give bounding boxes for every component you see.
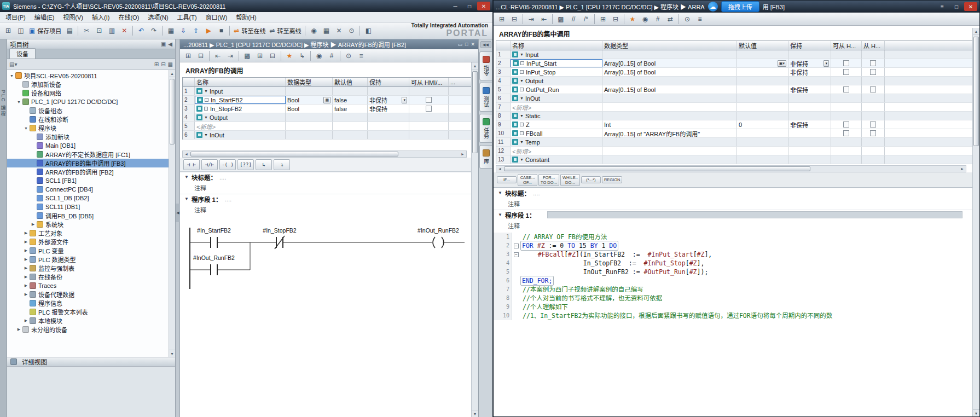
datatype-cell[interactable]: Int <box>602 120 737 129</box>
datatype-cell[interactable]: Bool▦ <box>286 96 333 104</box>
accessibility-cell[interactable] <box>831 155 862 164</box>
name-cell[interactable]: InPut_Start <box>511 59 602 67</box>
accessibility-checkbox[interactable] <box>870 86 876 92</box>
fold-toggle[interactable]: − <box>512 250 520 259</box>
name-cell[interactable]: ▼Output <box>195 113 286 121</box>
compare-button[interactable]: ⇄ <box>664 13 676 25</box>
accessibility-cell[interactable] <box>862 120 885 129</box>
column-header[interactable]: 数据类型 <box>286 78 333 86</box>
accessibility-cell[interactable] <box>449 105 474 113</box>
interface-row[interactable]: 1▼Input <box>183 87 474 96</box>
interface-row[interactable]: 9ZInt0非保持 <box>496 120 973 129</box>
accessibility-cell[interactable] <box>449 87 474 95</box>
default-value-cell[interactable]: false <box>333 105 368 113</box>
collapse-section-icon[interactable]: ▼ <box>204 133 208 137</box>
tree-item[interactable]: ▶系统块 <box>7 220 175 229</box>
if-snippet-button[interactable]: IF... <box>497 176 517 183</box>
scroll-up-icon[interactable]: ▲ <box>472 62 478 70</box>
name-cell[interactable]: <新增> <box>511 103 602 111</box>
go-offline-button[interactable]: ⇌转至离线 <box>268 25 303 37</box>
tree-item[interactable]: 调用FB_DB [DB5] <box>7 211 175 220</box>
datatype-cell[interactable] <box>286 87 333 95</box>
collapse-section-icon[interactable]: ▼ <box>520 114 524 118</box>
accessibility-cell[interactable] <box>831 50 862 59</box>
scrollbar-thumb[interactable] <box>973 37 979 146</box>
collapse-panel-icon[interactable]: ◀ <box>168 41 172 47</box>
table-horizontal-scrollbar[interactable]: ◄ ► <box>182 150 467 158</box>
while-snippet-button[interactable]: WHILE..DO... <box>560 174 580 186</box>
accessibility-cell[interactable] <box>831 77 862 85</box>
name-cell[interactable]: ▼Constant <box>511 155 602 164</box>
scroll-right-icon[interactable]: ► <box>459 151 466 157</box>
name-cell[interactable]: ▼Input <box>195 87 286 95</box>
accessibility-checkbox[interactable] <box>870 60 876 66</box>
block-title-section[interactable]: ▼ 块标题： .... <box>494 188 972 198</box>
accessibility-cell[interactable] <box>409 122 449 130</box>
close-branch-button[interactable]: ↴ <box>274 159 290 170</box>
name-cell[interactable]: ▼Output <box>511 77 602 85</box>
no-contact-button[interactable]: ⊣ ⊢ <box>183 159 200 170</box>
scroll-down-icon[interactable]: ▼ <box>472 410 478 417</box>
search-button[interactable]: ⊙ <box>681 13 693 25</box>
datatype-cell[interactable] <box>602 50 737 59</box>
name-cell[interactable]: OutPut_Run <box>511 85 602 94</box>
expand-node-icon[interactable]: ▶ <box>23 257 29 262</box>
tree-item[interactable]: ▶监控与强制表 <box>7 264 175 273</box>
tree-item[interactable]: ▼项目SCL-REV05-20200811 <box>7 71 175 80</box>
scroll-left-icon[interactable]: ◄ <box>183 151 190 157</box>
accessibility-cell[interactable] <box>409 113 449 121</box>
accessibility-cell[interactable] <box>409 105 449 113</box>
accessibility-checkbox[interactable] <box>870 121 876 128</box>
code-line[interactable]: 10//1、In_StartFB2为实际功能的接口，根据后面紧跟书写的赋值语句，… <box>494 311 972 320</box>
accessibility-cell[interactable] <box>831 68 862 76</box>
interface-row[interactable]: 1▼Input <box>496 50 973 59</box>
editor-vertical-scrollbar[interactable]: ▲ ▼ <box>972 28 979 416</box>
default-value-cell[interactable] <box>737 94 788 102</box>
interface-row[interactable]: 6▼InOut <box>183 131 474 140</box>
upload-device-button[interactable]: ⇧ <box>190 25 202 37</box>
accessibility-cell[interactable] <box>831 94 862 102</box>
block-title-value[interactable]: .... <box>219 174 227 181</box>
scrollbar-thumb[interactable] <box>170 79 175 144</box>
default-value-cell[interactable] <box>737 77 788 85</box>
accessibility-cell[interactable] <box>862 138 885 146</box>
default-value-cell[interactable]: ▣▾ <box>737 59 788 67</box>
column-header[interactable]: 可从 H... <box>831 41 862 50</box>
interface-row[interactable]: 2In_StartFB2Bool▦false非保持▾ <box>183 96 474 105</box>
accessibility-cell[interactable] <box>885 59 973 67</box>
rung-next-button[interactable]: ⇥ <box>224 50 236 61</box>
accessibility-cell[interactable] <box>862 155 885 164</box>
close-button[interactable]: ✕ <box>477 2 490 10</box>
retain-cell[interactable] <box>788 94 831 102</box>
name-cell[interactable]: In_StopFB2 <box>195 105 286 113</box>
accessibility-cell[interactable] <box>885 129 973 137</box>
accessibility-cell[interactable] <box>885 103 973 111</box>
accessibility-checkbox[interactable] <box>426 97 432 103</box>
empty-box-button[interactable]: [??] <box>237 159 254 170</box>
accessibility-cell[interactable] <box>862 112 885 120</box>
accessibility-cell[interactable] <box>862 103 885 111</box>
tree-editor-splitter[interactable]: ◀ <box>176 39 180 417</box>
column-header[interactable]: 从 H... <box>862 41 885 50</box>
column-header[interactable] <box>183 78 195 86</box>
code-line[interactable]: 3− #FBcall[#Z](In_StartFB2 := #InPut_Sta… <box>494 250 972 259</box>
network-1-header[interactable]: ▼ 程序段 1： .... <box>180 194 471 204</box>
task-card-tab-tasks[interactable]: 任务 <box>479 114 492 143</box>
accessibility-cell[interactable] <box>885 155 973 164</box>
monitor-button[interactable]: ◉ <box>639 13 651 25</box>
editor-vertical-scrollbar[interactable]: ▲ ▼ <box>471 62 478 417</box>
tree-item[interactable]: ▶本地模块 <box>7 316 175 325</box>
scroll-down-icon[interactable]: ▼ <box>973 409 979 416</box>
accessibility-cell[interactable] <box>449 122 474 130</box>
uncomment-button[interactable]: /* <box>580 13 592 25</box>
scrollbar-thumb[interactable] <box>472 71 478 153</box>
column-header[interactable]: 默认值 <box>737 41 788 50</box>
code-line[interactable]: 6END_FOR; <box>494 276 972 285</box>
tree-item[interactable]: ARRAY的不定长数据应用 [FC1] <box>7 150 175 159</box>
drag-upload-button[interactable]: 拖拽上传 <box>721 1 759 12</box>
retain-dropdown-button[interactable]: ▾ <box>402 97 407 103</box>
name-cell[interactable]: <新增> <box>511 147 602 155</box>
tree-item[interactable]: ▼PLC_1 [CPU 1217C DC/DC/DC] <box>7 97 175 106</box>
collapse-section-icon[interactable]: ▼ <box>204 89 208 93</box>
indent-button[interactable]: ⇥ <box>525 13 537 25</box>
